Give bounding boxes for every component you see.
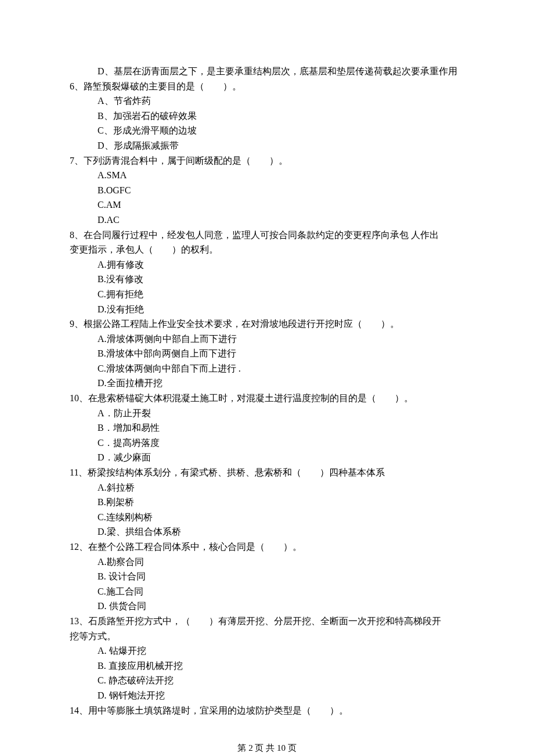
question-13-text1: 石质路堑开挖方式中，（ ）有薄层开挖、分层开挖、全断面一次开挖和特高梯段开 [88, 616, 441, 626]
question-7-number: 7 [70, 156, 74, 165]
question-6-option-d: D、形成隔振减振带 [70, 138, 464, 153]
question-7-stem: 7、下列沥青混合料中，属于间断级配的是（ ）。 [70, 153, 464, 168]
question-9-stem: 9、根据公路工程陆上作业安全技术要求，在对滑坡地段进行开挖时应（ ）。 [70, 316, 464, 332]
separator: 、 [74, 156, 84, 165]
question-13-stem-line2: 挖等方式。 [70, 629, 464, 644]
question-12-option-b: B. 设计合同 [70, 569, 464, 584]
question-11-option-b: B.刚架桥 [70, 495, 464, 510]
question-13-option-b: B. 直接应用机械开挖 [70, 658, 464, 674]
question-9-option-b: B.滑坡体中部向两侧自上而下进行 [70, 346, 464, 361]
question-9-number: 9 [70, 319, 74, 329]
question-8-option-b: B.没有修改 [70, 272, 464, 287]
question-7-option-d: D.AC [70, 213, 464, 228]
question-8-option-a: A.拥有修改 [70, 257, 464, 272]
separator: 、 [79, 616, 88, 626]
question-13-number: 13 [70, 616, 79, 626]
separator: 、 [74, 81, 84, 91]
question-8-stem-line1: 8、在合同履行过程中，经发包人同意，监理人可按合同条款约定的变更程序向承包 人作… [70, 228, 464, 243]
question-12-option-a: A.勘察合同 [70, 555, 464, 570]
separator: 、 [74, 230, 84, 240]
separator: 、 [79, 393, 88, 403]
question-9-option-a: A.滑坡体两侧向中部自上而下进行 [70, 332, 464, 347]
question-11-stem: 11、桥梁按结构体系划分，有梁式桥、拱桥、悬索桥和（ ）四种基本体系 [70, 465, 464, 480]
question-12-text: 在整个公路工程合同体系中，核心合同是（ ）。 [88, 542, 302, 552]
question-10-text: 在悬索桥锚碇大体积混凝土施工时，对混凝土进行温度控制的目的是（ ）。 [88, 393, 413, 403]
question-6-option-b: B、加强岩石的破碎效果 [70, 109, 464, 124]
question-13-option-a: A. 钻爆开挖 [70, 643, 464, 658]
question-10-option-b: B．增加和易性 [70, 420, 464, 435]
question-8-number: 8 [70, 230, 74, 240]
question-11-option-d: D.梁、拱组合体系桥 [70, 524, 464, 539]
question-8-text1: 在合同履行过程中，经发包人同意，监理人可按合同条款约定的变更程序向承包 人作出 [84, 230, 439, 240]
page-container: D、基层在沥青面层之下，是主要承重结构层次，底基层和垫层传递荷载起次要承重作用 … [0, 0, 534, 756]
separator: 、 [74, 319, 84, 329]
question-7-option-c: C.AM [70, 197, 464, 213]
question-10-option-c: C．提高坍落度 [70, 435, 464, 451]
question-11-option-c: C.连续刚构桥 [70, 510, 464, 525]
question-7-option-a: A.SMA [70, 168, 464, 183]
page-footer: 第 2 页 共 10 页 [70, 741, 464, 755]
question-14-text: 用中等膨胀土填筑路堤时，宜采用的边坡防护类型是（ ）。 [88, 705, 348, 715]
question-11-option-a: A.斜拉桥 [70, 480, 464, 495]
question-14-number: 14 [70, 705, 79, 715]
question-12-stem: 12、在整个公路工程合同体系中，核心合同是（ ）。 [70, 539, 464, 555]
question-8-option-d: D.没有拒绝 [70, 302, 464, 317]
question-7-option-b: B.OGFC [70, 183, 464, 198]
question-10-option-d: D．减少麻面 [70, 450, 464, 465]
question-9-option-d: D.全面拉槽开挖 [70, 376, 464, 391]
question-10-option-a: A．防止开裂 [70, 406, 464, 421]
question-10-number: 10 [70, 393, 79, 403]
question-12-number: 12 [70, 542, 79, 552]
question-14-stem: 14、用中等膨胀土填筑路堤时，宜采用的边坡防护类型是（ ）。 [70, 703, 464, 718]
separator: 、 [79, 705, 88, 715]
separator: 、 [79, 542, 88, 552]
question-11-text: 桥梁按结构体系划分，有梁式桥、拱桥、悬索桥和（ ）四种基本体系 [88, 467, 385, 477]
question-6-option-a: A、节省炸药 [70, 93, 464, 109]
question-8-option-c: C.拥有拒绝 [70, 287, 464, 302]
separator: 、 [78, 467, 88, 477]
question-6-option-c: C、形成光滑平顺的边坡 [70, 123, 464, 138]
question-9-option-c: C.滑坡体两侧向中部自下而上进行 . [70, 361, 464, 376]
leading-option-d: D、基层在沥青面层之下，是主要承重结构层次，底基层和垫层传递荷载起次要承重作用 [70, 64, 464, 79]
question-6-number: 6 [70, 81, 74, 91]
question-6-stem: 6、路堑预裂爆破的主要目的是（ ）。 [70, 79, 464, 94]
question-12-option-d: D. 供货合同 [70, 599, 464, 614]
question-9-text: 根据公路工程陆上作业安全技术要求，在对滑坡地段进行开挖时应（ ）。 [84, 319, 399, 329]
question-13-stem-line1: 13、石质路堑开挖方式中，（ ）有薄层开挖、分层开挖、全断面一次开挖和特高梯段开 [70, 614, 464, 629]
question-11-number: 11 [70, 467, 78, 477]
question-13-option-d: D. 钢钎炮法开挖 [70, 688, 464, 703]
question-13-option-c: C. 静态破碎法开挖 [70, 673, 464, 688]
question-7-text: 下列沥青混合料中，属于间断级配的是（ ）。 [84, 156, 288, 165]
question-10-stem: 10、在悬索桥锚碇大体积混凝土施工时，对混凝土进行温度控制的目的是（ ）。 [70, 391, 464, 406]
question-6-text: 路堑预裂爆破的主要目的是（ ）。 [84, 81, 241, 91]
question-12-option-c: C.施工合同 [70, 584, 464, 599]
question-8-stem-line2: 变更指示，承包人（ ）的权利。 [70, 242, 464, 257]
